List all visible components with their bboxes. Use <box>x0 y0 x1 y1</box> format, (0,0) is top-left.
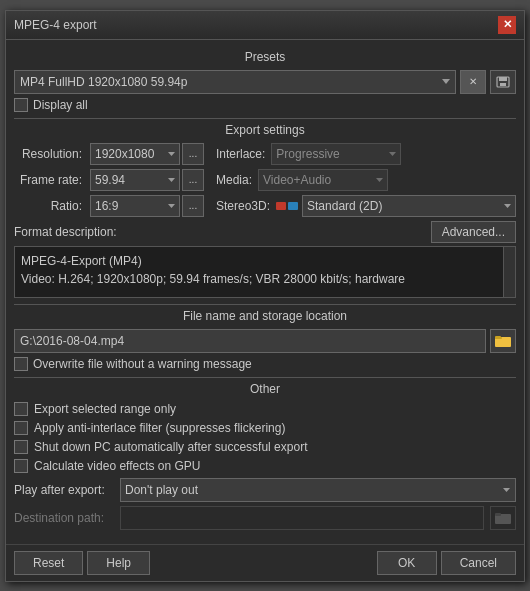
bottom-buttons: Reset Help OK Cancel <box>6 544 524 581</box>
close-button[interactable]: ✕ <box>498 16 516 34</box>
ratio-label: Ratio: <box>14 199 86 213</box>
help-button[interactable]: Help <box>87 551 150 575</box>
framerate-label: Frame rate: <box>14 173 86 187</box>
option1-checkbox[interactable] <box>14 402 28 416</box>
right-buttons: OK Cancel <box>377 551 516 575</box>
ratio-dots-button[interactable]: ... <box>182 195 204 217</box>
scrollbar[interactable] <box>503 247 515 297</box>
cancel-button[interactable]: Cancel <box>441 551 516 575</box>
svg-rect-2 <box>500 83 506 86</box>
other-section: Export selected range only Apply anti-in… <box>14 402 516 530</box>
stereo-blue-icon <box>288 202 298 210</box>
destination-input <box>120 506 484 530</box>
stereo-icons <box>276 202 298 210</box>
window-title: MPEG-4 export <box>14 18 97 32</box>
option2-checkbox[interactable] <box>14 421 28 435</box>
option1-row: Export selected range only <box>14 402 516 416</box>
display-all-checkbox[interactable] <box>14 98 28 112</box>
preset-delete-button[interactable]: ✕ <box>460 70 486 94</box>
file-path-input[interactable]: G:\2016-08-04.mp4 <box>14 329 486 353</box>
option3-row: Shut down PC automatically after success… <box>14 440 516 454</box>
advanced-button[interactable]: Advanced... <box>431 221 516 243</box>
overwrite-checkbox[interactable] <box>14 357 28 371</box>
main-window: MPEG-4 export ✕ Presets MP4 FullHD 1920x… <box>5 10 525 582</box>
destination-row: Destination path: <box>14 506 516 530</box>
overwrite-label: Overwrite file without a warning message <box>33 357 252 371</box>
other-header: Other <box>14 382 516 396</box>
format-desc-label: Format description: <box>14 225 117 239</box>
option3-label: Shut down PC automatically after success… <box>34 440 307 454</box>
resolution-row: Resolution: 1920x1080 ... Interlace: Pro… <box>14 143 516 165</box>
svg-rect-5 <box>495 336 501 339</box>
presets-header: Presets <box>14 50 516 64</box>
reset-button[interactable]: Reset <box>14 551 83 575</box>
interlace-select[interactable]: Progressive <box>271 143 401 165</box>
option3-checkbox[interactable] <box>14 440 28 454</box>
option4-checkbox[interactable] <box>14 459 28 473</box>
framerate-wrap: 59.94 ... <box>90 169 204 191</box>
file-row: G:\2016-08-04.mp4 <box>14 329 516 353</box>
stereo3d-label: Stereo3D: <box>216 199 270 213</box>
file-browse-button[interactable] <box>490 329 516 353</box>
resolution-label: Resolution: <box>14 147 86 161</box>
option4-label: Calculate video effects on GPU <box>34 459 201 473</box>
stereo-red-icon <box>276 202 286 210</box>
format-desc-line1: MPEG-4-Export (MP4) <box>21 252 509 270</box>
display-all-label: Display all <box>33 98 88 112</box>
play-after-select[interactable]: Don't play out <box>120 478 516 502</box>
file-storage-header: File name and storage location <box>14 309 516 323</box>
play-after-label: Play after export: <box>14 483 114 497</box>
option2-row: Apply anti-interlace filter (suppresses … <box>14 421 516 435</box>
stereo3d-select[interactable]: Standard (2D) <box>302 195 516 217</box>
option4-row: Calculate video effects on GPU <box>14 459 516 473</box>
destination-label: Destination path: <box>14 511 114 525</box>
format-desc-row: Format description: Advanced... <box>14 221 516 243</box>
preset-row: MP4 FullHD 1920x1080 59.94p ✕ <box>14 70 516 94</box>
option1-label: Export selected range only <box>34 402 176 416</box>
display-all-row: Display all <box>14 98 516 112</box>
left-buttons: Reset Help <box>14 551 150 575</box>
option2-label: Apply anti-interlace filter (suppresses … <box>34 421 285 435</box>
framerate-dots-button[interactable]: ... <box>182 169 204 191</box>
resolution-wrap: 1920x1080 ... <box>90 143 204 165</box>
destination-browse-button <box>490 506 516 530</box>
interlace-label: Interlace: <box>216 147 265 161</box>
ok-button[interactable]: OK <box>377 551 437 575</box>
svg-rect-7 <box>495 513 501 516</box>
export-settings-header: Export settings <box>14 123 516 137</box>
preset-save-button[interactable] <box>490 70 516 94</box>
overwrite-row: Overwrite file without a warning message <box>14 357 516 371</box>
ratio-select[interactable]: 16:9 <box>90 195 180 217</box>
format-desc-line2: Video: H.264; 1920x1080p; 59.94 frames/s… <box>21 270 509 288</box>
media-select[interactable]: Video+Audio <box>258 169 388 191</box>
format-desc-box: MPEG-4-Export (MP4) Video: H.264; 1920x1… <box>14 246 516 298</box>
title-bar: MPEG-4 export ✕ <box>6 11 524 40</box>
preset-select[interactable]: MP4 FullHD 1920x1080 59.94p <box>14 70 456 94</box>
ratio-row: Ratio: 16:9 ... Stereo3D: Standard (2D) <box>14 195 516 217</box>
framerate-select[interactable]: 59.94 <box>90 169 180 191</box>
svg-rect-1 <box>499 77 507 81</box>
resolution-select[interactable]: 1920x1080 <box>90 143 180 165</box>
resolution-dots-button[interactable]: ... <box>182 143 204 165</box>
ratio-wrap: 16:9 ... <box>90 195 204 217</box>
media-label: Media: <box>216 173 252 187</box>
play-after-row: Play after export: Don't play out <box>14 478 516 502</box>
framerate-row: Frame rate: 59.94 ... Media: Video+Audio <box>14 169 516 191</box>
